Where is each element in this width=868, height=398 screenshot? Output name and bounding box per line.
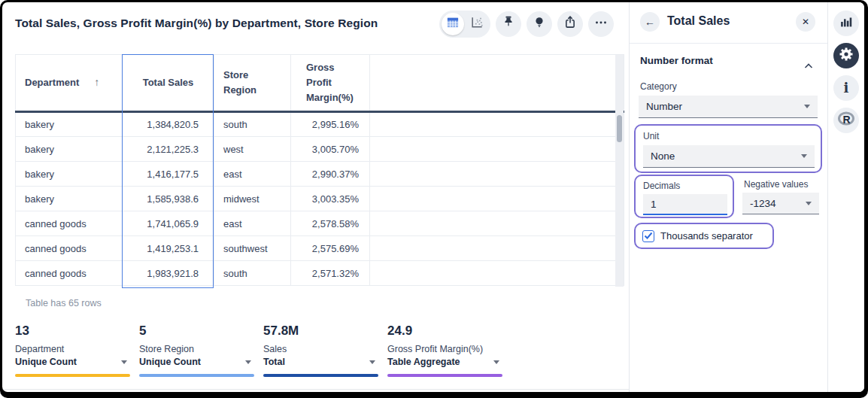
insights-button[interactable] bbox=[527, 11, 552, 37]
stat-value: 13 bbox=[15, 324, 130, 339]
chevron-up-icon bbox=[804, 59, 813, 71]
app-window: Total Sales, Gross Profit Margin(%) by D… bbox=[0, 0, 868, 398]
stat-value: 5 bbox=[139, 324, 254, 339]
table-row: canned goods1,419,253.1 southwest2,575.6… bbox=[16, 236, 624, 261]
stat-underline bbox=[387, 374, 502, 377]
bar-chart-icon bbox=[838, 14, 854, 33]
chevron-down-icon bbox=[121, 360, 127, 364]
table-row: bakery1,585,938.6 midwest3,003.35% bbox=[16, 187, 624, 211]
unit-select[interactable]: None bbox=[643, 145, 815, 168]
table-row: bakery1,416,177.5 east2,990.37% bbox=[16, 162, 624, 187]
chart-view-button[interactable] bbox=[466, 13, 488, 35]
table-row-count: Table has 65 rows bbox=[26, 298, 102, 308]
info-icon: i bbox=[844, 81, 849, 95]
settings-panel: ← Total Sales ✕ Number format Category N… bbox=[629, 2, 827, 392]
stat-aggregation-dropdown[interactable]: Unique Count bbox=[15, 357, 130, 367]
data-table: Department↑ Total Sales Store Region Gro… bbox=[15, 54, 624, 288]
table-icon bbox=[445, 15, 460, 33]
table-row: canned goods1,741,065.9 east2,578.58% bbox=[16, 211, 624, 236]
gear-icon bbox=[837, 45, 855, 66]
share-button[interactable] bbox=[557, 11, 583, 37]
stat-label: Store Region bbox=[139, 344, 254, 354]
unit-label: Unit bbox=[643, 131, 659, 141]
column-header-gross-profit-margin[interactable]: Gross Profit Margin(%) bbox=[291, 55, 370, 112]
chevron-down-icon bbox=[804, 105, 810, 108]
negative-values-select[interactable]: -1234 bbox=[742, 193, 819, 214]
stat-label: Sales bbox=[263, 344, 378, 354]
app-content: Total Sales, Gross Profit Margin(%) by D… bbox=[2, 2, 864, 392]
scrollbar-thumb[interactable] bbox=[617, 115, 622, 142]
more-options-button[interactable] bbox=[588, 11, 614, 37]
panel-title: Total Sales bbox=[667, 14, 730, 28]
sort-asc-icon: ↑ bbox=[94, 76, 99, 88]
lightbulb-icon bbox=[531, 14, 548, 34]
table-view-button[interactable] bbox=[442, 13, 464, 35]
stat-value: 24.9 bbox=[387, 324, 502, 339]
r-script-button[interactable]: R bbox=[833, 108, 859, 133]
chevron-down-icon bbox=[369, 360, 375, 364]
thousands-annotation-box: Thousands separator bbox=[634, 223, 774, 249]
stat-underline bbox=[263, 374, 378, 377]
chevron-down-icon bbox=[801, 154, 807, 158]
share-icon bbox=[562, 14, 578, 34]
page-title: Total Sales, Gross Profit Margin(%) by D… bbox=[15, 17, 378, 30]
unit-annotation-box: Unit None bbox=[634, 124, 822, 173]
section-number-format: Number format bbox=[640, 55, 713, 66]
panel-header: ← Total Sales ✕ bbox=[630, 2, 827, 44]
table-row: canned goods1,983,921.8 south2,571.32% bbox=[16, 261, 624, 286]
answer-toolbar bbox=[439, 11, 614, 38]
column-header-store-region[interactable]: Store Region bbox=[214, 55, 291, 112]
table-scrollbar[interactable] bbox=[615, 55, 624, 287]
chevron-down-icon bbox=[493, 360, 499, 364]
answer-area: Total Sales, Gross Profit Margin(%) by D… bbox=[2, 2, 629, 392]
info-button[interactable]: i bbox=[833, 75, 859, 101]
negative-values-label: Negative values bbox=[744, 179, 808, 190]
pin-button[interactable] bbox=[496, 11, 521, 37]
view-toggle bbox=[439, 11, 490, 38]
chevron-down-icon bbox=[245, 360, 251, 364]
stat-label: Department bbox=[15, 344, 130, 354]
stat-sales: 57.8M Sales Total bbox=[263, 324, 378, 377]
table-row: bakery1,384,820.5 south2,995.16% bbox=[16, 112, 624, 137]
close-button[interactable]: ✕ bbox=[796, 12, 815, 32]
r-logo-icon: R bbox=[836, 109, 856, 132]
table-header-row: Department↑ Total Sales Store Region Gro… bbox=[16, 55, 624, 112]
settings-button[interactable] bbox=[833, 43, 859, 68]
stat-aggregation-dropdown[interactable]: Total bbox=[263, 357, 378, 367]
bottom-divider bbox=[2, 389, 629, 390]
decimals-label: Decimals bbox=[643, 181, 680, 191]
checkmark-icon bbox=[644, 229, 653, 243]
column-header-total-sales[interactable]: Total Sales bbox=[123, 55, 214, 112]
right-icon-strip: i R bbox=[827, 2, 864, 392]
stat-underline bbox=[139, 374, 254, 377]
stat-store-region: 5 Store Region Unique Count bbox=[139, 324, 254, 377]
table-row: bakery2,121,225.3 west3,005.70% bbox=[16, 137, 624, 162]
stat-gross-profit-margin: 24.9 Gross Profit Margin(%) Table Aggreg… bbox=[387, 324, 502, 377]
decimals-annotation-box: Decimals bbox=[634, 175, 734, 218]
stat-department: 13 Department Unique Count bbox=[15, 324, 130, 377]
summary-stats: 13 Department Unique Count 5 Store Regio… bbox=[2, 324, 629, 384]
category-label: Category bbox=[640, 81, 677, 92]
column-header-empty bbox=[370, 55, 624, 112]
thousands-separator-checkbox[interactable] bbox=[642, 230, 654, 242]
ellipsis-icon bbox=[593, 14, 609, 34]
thousands-separator-label: Thousands separator bbox=[660, 230, 753, 242]
stat-underline bbox=[15, 374, 130, 377]
chevron-down-icon bbox=[806, 202, 812, 205]
collapse-section-button[interactable] bbox=[804, 59, 813, 72]
stat-value: 57.8M bbox=[263, 324, 378, 339]
stat-label: Gross Profit Margin(%) bbox=[387, 344, 502, 354]
column-header-department[interactable]: Department↑ bbox=[16, 55, 123, 112]
back-arrow-icon: ← bbox=[645, 16, 655, 28]
chart-config-button[interactable] bbox=[833, 11, 859, 36]
decimals-input[interactable] bbox=[643, 194, 727, 215]
pin-icon bbox=[500, 14, 517, 34]
stat-aggregation-dropdown[interactable]: Table Aggregate bbox=[387, 357, 502, 367]
scatter-chart-icon bbox=[469, 15, 484, 33]
category-select[interactable]: Number bbox=[639, 96, 818, 118]
back-button[interactable]: ← bbox=[640, 12, 660, 32]
close-icon: ✕ bbox=[802, 17, 809, 27]
svg-text:R: R bbox=[843, 114, 851, 126]
stat-aggregation-dropdown[interactable]: Unique Count bbox=[139, 357, 254, 367]
